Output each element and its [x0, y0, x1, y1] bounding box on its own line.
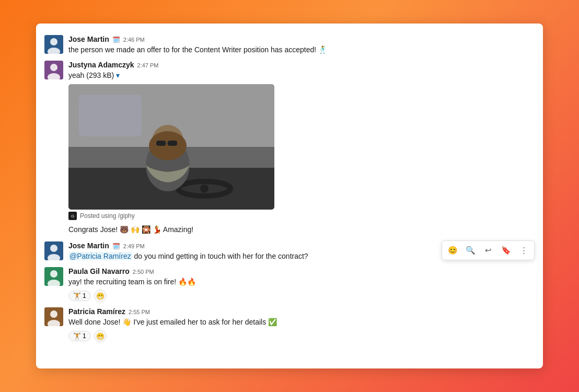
- avatar: [44, 241, 63, 260]
- mention[interactable]: @Patricia Ramírez: [68, 252, 132, 260]
- message-header: Justyna Adamczyk 2:47 PM: [68, 61, 535, 69]
- avatar: [44, 35, 63, 54]
- svg-rect-14: [156, 141, 166, 146]
- sender-name: Patricia Ramírez: [68, 307, 125, 316]
- message-header: Jose Martin 🗓️ 2:46 PM: [68, 35, 535, 43]
- reaction-count: 1: [83, 292, 86, 299]
- svg-point-1: [50, 38, 57, 45]
- message-time: 2:49 PM: [123, 243, 145, 249]
- giphy-text: Posted using /giphy: [80, 212, 135, 220]
- message-group: Patricia Ramírez 2:55 PM Well done Jose!…: [36, 304, 543, 344]
- sender-name: Paula Gil Navarro: [68, 267, 130, 275]
- message-time: 2:50 PM: [133, 269, 154, 275]
- message-content: Jose Martin 🗓️ 2:46 PM the person we mad…: [68, 35, 535, 55]
- message-actions: 😊 🔍 ↩ 🔖 ⋮: [442, 240, 535, 260]
- message-time: 2:55 PM: [129, 309, 150, 315]
- more-action[interactable]: ⋮: [515, 242, 532, 259]
- emoji-action[interactable]: 😊: [444, 242, 461, 259]
- avatar: [44, 307, 63, 326]
- message-text: the person we made an offer to for the C…: [68, 44, 535, 55]
- message-text: Well done Jose! 👋 I've just emailed her …: [68, 317, 535, 328]
- reaction-count: 1: [83, 332, 86, 340]
- reaction-bar: 🏋 1 😁: [68, 330, 535, 342]
- giphy-label: G Posted using /giphy: [68, 212, 535, 220]
- message-group: Paula Gil Navarro 2:50 PM yay! the recru…: [36, 264, 543, 304]
- avatar: [44, 267, 63, 286]
- giphy-icon: G: [68, 212, 77, 220]
- message-rest: do you mind getting in touch with her fo…: [134, 252, 308, 260]
- svg-point-10: [200, 185, 209, 193]
- svg-point-23: [50, 270, 57, 278]
- svg-point-17: [159, 148, 176, 159]
- sender-name: Justyna Adamczyk: [68, 61, 134, 69]
- reply-action[interactable]: ↩: [480, 242, 496, 259]
- message-time: 2:46 PM: [123, 37, 145, 43]
- congrats-line: Congrats Jose! 🐻 🙌 🎇 💃 Amazing!: [36, 222, 543, 238]
- giphy-image: [68, 84, 274, 210]
- search-action[interactable]: 🔍: [462, 242, 479, 259]
- sender-name: Jose Martin: [68, 241, 109, 250]
- reaction-emoji: 🏋: [73, 292, 81, 299]
- add-reaction[interactable]: 😁: [94, 290, 107, 302]
- svg-point-4: [50, 64, 57, 71]
- svg-rect-18: [79, 95, 142, 136]
- message-text: yay! the recruiting team is on fire! 🔥🔥: [68, 276, 535, 287]
- message-header: Patricia Ramírez 2:55 PM: [68, 307, 535, 316]
- reaction-emoji: 🏋: [73, 332, 81, 340]
- message-time: 2:47 PM: [137, 62, 159, 68]
- message-group: Justyna Adamczyk 2:47 PM yeah (293 kB) ▾: [36, 57, 543, 222]
- reaction-pill[interactable]: 🏋 1: [68, 331, 91, 341]
- add-reaction[interactable]: 😁: [94, 330, 107, 342]
- svg-rect-15: [168, 141, 177, 146]
- download-arrow[interactable]: ▾: [116, 71, 120, 79]
- giphy-image-inner: [68, 84, 274, 210]
- sender-name: Jose Martin: [68, 35, 109, 43]
- message-content: Justyna Adamczyk 2:47 PM yeah (293 kB) ▾: [68, 61, 535, 220]
- message-group: Jose Martin 🗓️ 2:49 PM @Patricia Ramírez…: [36, 238, 543, 264]
- chat-window: Jose Martin 🗓️ 2:46 PM the person we mad…: [36, 24, 543, 368]
- file-label: yeah (293 kB) ▾: [68, 70, 535, 81]
- message-group: Jose Martin 🗓️ 2:46 PM the person we mad…: [36, 32, 543, 57]
- bookmark-action[interactable]: 🔖: [497, 242, 514, 259]
- message-content: Patricia Ramírez 2:55 PM Well done Jose!…: [68, 307, 535, 342]
- message-header: Paula Gil Navarro 2:50 PM: [68, 267, 535, 275]
- svg-point-20: [50, 245, 57, 252]
- reaction-bar: 🏋 1 😁: [68, 290, 535, 302]
- message-content: Paula Gil Navarro 2:50 PM yay! the recru…: [68, 267, 535, 302]
- reaction-pill[interactable]: 🏋 1: [68, 291, 91, 301]
- avatar: [44, 61, 63, 79]
- svg-point-26: [50, 310, 57, 318]
